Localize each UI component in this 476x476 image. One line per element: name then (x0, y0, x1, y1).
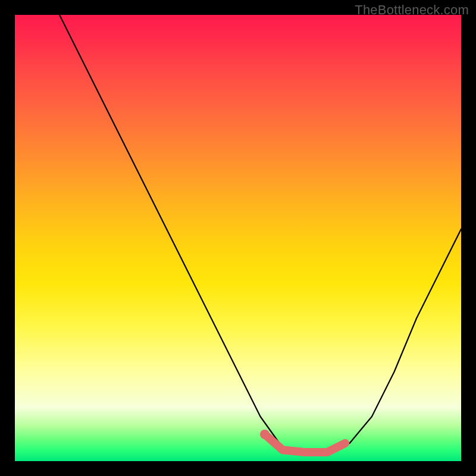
highlight-segment (265, 434, 345, 452)
plot-svg (15, 15, 461, 461)
plot-area (15, 15, 461, 461)
highlight-dot (260, 430, 270, 439)
chart-frame: TheBottleneck.com (0, 0, 476, 476)
bottleneck-curve (60, 15, 461, 452)
